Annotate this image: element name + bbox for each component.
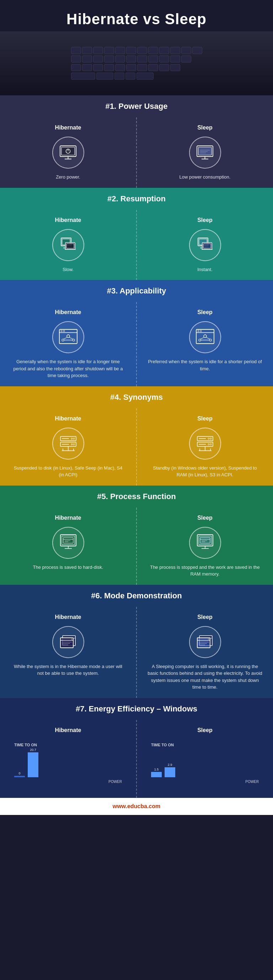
sleep-server-icon	[189, 428, 221, 460]
section-2-sleep-label: Sleep	[197, 217, 213, 223]
key	[192, 47, 202, 54]
section-5-sleep-cell: Sleep The process is stopped and the wor…	[137, 508, 273, 585]
section-4-sleep-desc: Standby (in Windows older version), Susp…	[148, 465, 262, 479]
sleep-bar-2-val: 2.9	[168, 763, 172, 767]
section-1-sleep-cell: Sleep Low power consumption.	[137, 118, 273, 188]
section-3-sleep-cell: Sleep Preferred when the system is idle …	[137, 302, 273, 386]
section-5-sleep-label: Sleep	[197, 515, 213, 521]
section-1-hibernate-cell: Hibernate Zero power.	[0, 118, 137, 188]
section-2-sleep-desc: Instant.	[197, 266, 213, 273]
key	[82, 64, 92, 71]
section-2-hibernate-desc: Slow.	[63, 266, 74, 273]
section-4-sleep-label: Sleep	[197, 415, 213, 422]
section-6-comparison: Hibernate While the	[0, 607, 273, 698]
svg-line-34	[63, 337, 68, 339]
hibernate-server-icon	[52, 428, 84, 460]
hibernate-bar-2-val: 20.7	[30, 748, 36, 752]
key	[104, 56, 114, 63]
svg-point-49	[73, 438, 75, 439]
hibernate-windows-icon	[52, 626, 84, 658]
hibernate-network-icon	[52, 321, 84, 353]
svg-point-51	[73, 444, 75, 445]
sleep-computer-icon	[189, 229, 221, 261]
page-footer: www.educba.com	[0, 798, 273, 815]
section-4-title: #4. Synonyms	[110, 393, 163, 402]
section-5-sleep-desc: The process is stopped and the work are …	[148, 564, 262, 578]
section-1-hibernate-label: Hibernate	[55, 124, 81, 131]
section-6-sleep-cell: Sleep A Sleeping computer is still worki…	[137, 607, 273, 698]
svg-rect-25	[203, 243, 211, 248]
section-synonyms: #4. Synonyms Hibernate	[0, 386, 273, 485]
hibernate-monitor-icon	[52, 137, 84, 169]
section-3-sleep-desc: Preferred when the system is idle for a …	[148, 358, 262, 372]
svg-point-64	[208, 444, 210, 445]
section-7-title: #7. Energy Efficiency – Windows	[76, 704, 197, 713]
key	[137, 64, 147, 71]
svg-point-30	[63, 330, 65, 331]
key	[170, 56, 180, 63]
key	[115, 64, 125, 71]
section-5-header: #5. Process Function	[0, 485, 273, 508]
key	[125, 73, 135, 80]
section-5-comparison: Hibernate The process is saved to hard-d…	[0, 508, 273, 585]
key	[126, 47, 136, 54]
hibernate-bar-2: 20.7	[28, 748, 38, 778]
hibernate-energy-chart: TIME TO ON 0 20.7 POWER	[7, 739, 129, 791]
section-5-hibernate-cell: Hibernate The process is saved to hard-d…	[0, 508, 137, 585]
section-7-hibernate-cell: Hibernate TIME TO ON 0 20.7 POWER	[0, 720, 137, 798]
section-7-hibernate-label: Hibernate	[55, 727, 81, 733]
section-1-comparison: Hibernate Zero power. Sleep	[0, 118, 273, 188]
keyboard-decoration	[71, 47, 202, 80]
section-2-hibernate-label: Hibernate	[55, 217, 81, 223]
svg-point-39	[198, 330, 199, 331]
hibernate-bar-1: 0	[14, 772, 25, 778]
section-3-hibernate-desc: Generally when the system is idle for a …	[11, 358, 125, 379]
hibernate-bar-1-visual	[14, 776, 25, 777]
key	[71, 47, 81, 54]
section-3-hibernate-label: Hibernate	[55, 309, 81, 315]
sleep-bar-2: 2.9	[165, 763, 175, 778]
section-6-sleep-desc: A Sleeping computer is still working, it…	[148, 663, 262, 691]
section-4-header: #4. Synonyms	[0, 386, 273, 408]
section-6-title: #6. Mode Demonstration	[91, 591, 182, 600]
section-2-sleep-cell: Sleep Instant.	[137, 210, 273, 280]
key	[96, 73, 113, 80]
svg-rect-18	[67, 243, 74, 248]
key	[148, 47, 158, 54]
section-2-hibernate-cell: Hibernate Slow.	[0, 210, 137, 280]
svg-line-44	[200, 337, 205, 339]
svg-rect-89	[60, 638, 73, 648]
section-mode-demonstration: #6. Mode Demonstration Hibernate	[0, 585, 273, 698]
svg-point-52	[71, 444, 73, 445]
section-7-sleep-cell: Sleep TIME TO ON 1.5 2.9 POWER	[137, 720, 273, 798]
hibernate-computer-icon	[52, 229, 84, 261]
section-1-header: #1. Power Usage	[0, 95, 273, 118]
sleep-power-label: POWER	[151, 780, 259, 784]
section-power-usage: #1. Power Usage Hibernate Zero powe	[0, 95, 273, 188]
section-process-function: #5. Process Function Hibernate The	[0, 485, 273, 585]
section-1-hibernate-desc: Zero power.	[56, 173, 80, 181]
hibernate-desktop-icon	[52, 527, 84, 559]
hibernate-bar-1-val: 0	[19, 772, 20, 775]
section-5-hibernate-desc: The process is saved to hard-disk.	[33, 564, 103, 571]
page-header: Hibernate vs Sleep	[0, 0, 273, 31]
sleep-bar-2-visual	[165, 767, 175, 777]
section-1-sleep-desc: Low power consumption.	[179, 173, 231, 181]
section-2-comparison: Hibernate Slow. Sleep	[0, 210, 273, 280]
sleep-bar-chart: 1.5 2.9	[151, 750, 259, 778]
key	[82, 47, 92, 54]
hibernate-bar-2-visual	[28, 752, 38, 777]
section-4-hibernate-label: Hibernate	[55, 415, 81, 422]
key	[104, 64, 114, 71]
hibernate-power-label: POWER	[14, 780, 122, 784]
svg-point-32	[62, 339, 64, 341]
section-resumption: #2. Resumption Hibernate Slow.	[0, 188, 273, 280]
section-3-comparison: Hibernate Generally	[0, 302, 273, 386]
section-1-title: #1. Power Usage	[106, 102, 168, 111]
footer-url: www.educba.com	[113, 803, 161, 809]
key	[181, 47, 191, 54]
section-2-title: #2. Resumption	[107, 194, 166, 203]
section-3-header: #3. Applicability	[0, 280, 273, 302]
section-4-comparison: Hibernate	[0, 408, 273, 485]
key	[170, 64, 180, 71]
